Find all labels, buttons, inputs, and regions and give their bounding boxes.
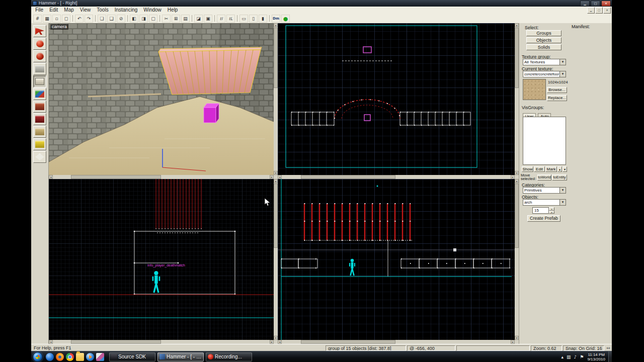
menu-item[interactable]: Edit xyxy=(46,7,61,14)
browse-button[interactable]: Browse... xyxy=(547,87,567,93)
grid-larger-button[interactable]: ◻ xyxy=(62,15,70,23)
toentity-button[interactable]: toEntity xyxy=(552,174,567,180)
clipping-tool[interactable] xyxy=(33,126,46,138)
volume-icon[interactable]: ♪ xyxy=(574,354,577,359)
paste-button[interactable]: ▤ xyxy=(181,15,190,23)
visgroup-down-button[interactable]: ▾ xyxy=(562,166,567,172)
apply-decals-tool[interactable] xyxy=(33,101,46,113)
v-scrollbar[interactable]: ▴▾ xyxy=(274,179,278,340)
paint-icon[interactable] xyxy=(96,353,104,361)
texture-application-tool[interactable] xyxy=(33,88,46,100)
taskbar-app-recording[interactable]: Recording... xyxy=(206,352,252,361)
cut-button[interactable]: ✂ xyxy=(162,15,171,23)
hide-selected-button[interactable]: ◧ xyxy=(130,15,138,23)
grid-3d-button[interactable]: ▦ xyxy=(43,15,51,23)
visgroup-list[interactable] xyxy=(523,117,566,165)
create-prefab-button[interactable]: Create Prefab xyxy=(527,215,560,222)
ungroup-button[interactable]: ❑ xyxy=(107,15,116,23)
viewport-3d-camera[interactable]: camera ◂▸ ▴▾ xyxy=(49,23,278,179)
hollow-button[interactable]: ▣ xyxy=(204,15,212,23)
menu-item[interactable]: View xyxy=(77,7,94,14)
select-groups-mode-button[interactable]: ▭ xyxy=(239,15,248,23)
apply-overlays-tool[interactable] xyxy=(33,113,46,125)
v-scrollbar[interactable]: ▴▾ xyxy=(515,23,519,175)
select-objects-mode-button[interactable]: ▯ xyxy=(249,15,258,23)
vertex-tool[interactable] xyxy=(33,138,46,150)
network-icon[interactable]: ▥ xyxy=(567,354,571,359)
selection-tool[interactable] xyxy=(33,25,46,37)
menu-item[interactable]: Map xyxy=(61,7,76,14)
undo-button[interactable]: ↶ xyxy=(75,15,84,23)
texture-group-dropdown[interactable]: All Textures xyxy=(523,59,566,65)
carve-button[interactable]: ◪ xyxy=(194,15,203,23)
visgroup-mark-button[interactable]: Mark xyxy=(545,166,557,172)
mdi-restore-button[interactable]: □ xyxy=(595,7,603,14)
chrome-icon[interactable] xyxy=(66,353,74,361)
replace-button[interactable]: Replace... xyxy=(547,95,567,101)
taskbar-clock[interactable]: 11:14 PM 9/13/2010 xyxy=(587,352,605,361)
action-center-icon[interactable]: ⚑ xyxy=(580,354,584,359)
viewport-2d-side[interactable]: info_player_deathmatch ◂▸ ▴▾ xyxy=(49,179,278,344)
snap-to-grid-button[interactable]: # xyxy=(33,15,42,23)
firefox-icon[interactable] xyxy=(56,353,64,361)
dm-button[interactable]: Dm xyxy=(272,15,280,23)
hidden-icons-chevron[interactable]: ▴ xyxy=(561,354,564,359)
select-objects-button[interactable]: Objects xyxy=(526,37,561,43)
select-solids-mode-button[interactable]: ▮ xyxy=(259,15,267,23)
ignore-groups-button[interactable]: ⊘ xyxy=(117,15,125,23)
visgroup-edit-button[interactable]: Edit xyxy=(534,166,545,172)
show-all-button[interactable]: ▢ xyxy=(149,15,157,23)
texture-preview[interactable] xyxy=(523,79,546,100)
viewport-2d-front[interactable]: ◂▸ ▴▾ xyxy=(278,179,519,344)
start-button[interactable] xyxy=(33,352,43,362)
h-scrollbar[interactable]: ◂▸ xyxy=(278,175,515,179)
mdi-close-button[interactable]: ✕ xyxy=(603,7,611,14)
magnify-tool[interactable] xyxy=(33,38,46,50)
texture-lock-button[interactable]: tl xyxy=(217,15,225,23)
menu-item[interactable]: Instancing xyxy=(112,7,141,14)
visgroup-up-button[interactable]: ▴ xyxy=(557,166,562,172)
camera-tool[interactable] xyxy=(33,50,46,62)
v-scrollbar[interactable]: ▴▾ xyxy=(274,23,278,175)
objects-dropdown[interactable]: arch xyxy=(523,199,566,206)
h-scrollbar[interactable]: ◂▸ xyxy=(49,175,274,179)
texture-scale-lock-button[interactable]: tL xyxy=(226,15,235,23)
toworld-button[interactable]: toWorld xyxy=(537,174,551,180)
displacement-tool[interactable] xyxy=(33,151,46,163)
taskbar-app-source-sdk[interactable]: Source SDK xyxy=(109,352,155,361)
tool-icon xyxy=(36,53,44,60)
show-desktop-button[interactable] xyxy=(608,351,612,362)
menu-item[interactable]: File xyxy=(32,7,46,14)
menu-item[interactable]: Window xyxy=(140,7,165,14)
run-map-button[interactable]: ● xyxy=(281,15,290,23)
menu-item[interactable]: Tools xyxy=(94,7,111,14)
mdi-minimize-button[interactable]: ▁ xyxy=(587,7,595,14)
block-tool[interactable] xyxy=(33,75,46,87)
close-button[interactable]: ✕ xyxy=(601,1,611,7)
redo-button[interactable]: ↷ xyxy=(85,15,93,23)
hide-unselected-button[interactable]: ◨ xyxy=(139,15,148,23)
taskbar-app-hammer[interactable]: Hammer - [ - Rig... xyxy=(157,352,204,361)
entity-tool[interactable] xyxy=(33,63,46,75)
internet-explorer-icon[interactable] xyxy=(46,353,54,361)
tool-icon xyxy=(36,40,44,47)
maximize-button[interactable]: □ xyxy=(591,1,600,7)
select-solids-button[interactable]: Solids xyxy=(526,44,561,50)
copy-button[interactable]: ⊞ xyxy=(172,15,180,23)
viewport-2d-top[interactable]: ◂▸ ▴▾ xyxy=(278,23,519,179)
grid-smaller-button[interactable]: ▫ xyxy=(52,15,61,23)
media-player-icon[interactable] xyxy=(86,353,94,361)
menu-item[interactable]: Help xyxy=(165,7,181,14)
select-groups-button[interactable]: Groups xyxy=(526,30,561,36)
faces-value-field[interactable]: 15 xyxy=(532,207,549,214)
minimize-button[interactable]: ▁ xyxy=(580,1,590,7)
categories-dropdown[interactable]: Primitives xyxy=(523,187,566,194)
visgroup-show-button[interactable]: Show xyxy=(522,166,533,172)
h-scrollbar[interactable]: ◂▸ xyxy=(49,340,274,344)
v-scrollbar[interactable]: ▴▾ xyxy=(515,179,519,340)
folder-icon[interactable] xyxy=(76,353,84,361)
spinner-down-button[interactable]: ▾ xyxy=(549,211,554,214)
group-button[interactable]: ❏ xyxy=(98,15,106,23)
current-texture-dropdown[interactable]: concrete/concretefloor xyxy=(523,71,566,77)
h-scrollbar[interactable]: ◂▸ xyxy=(278,340,515,344)
